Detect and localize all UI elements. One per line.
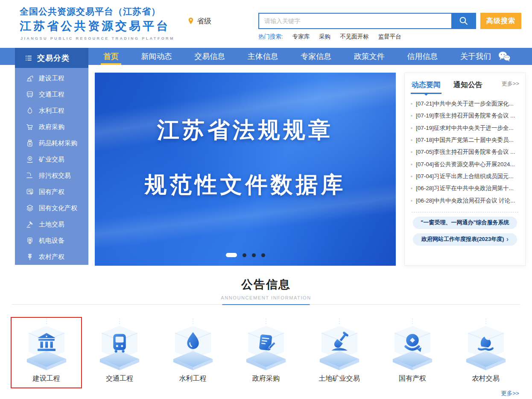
announcement-subtitle: ANNOUNCEMENT INFORMATION <box>0 295 532 300</box>
sidebar-item-land[interactable]: 土地交易 <box>15 216 88 232</box>
crane-icon <box>26 74 34 82</box>
mountain-3d-icon <box>459 319 513 373</box>
bullet-icon <box>411 115 412 117</box>
nav-credit-info[interactable]: 信用信息 <box>405 48 439 65</box>
news-panel: 动态要闻 通知公告 更多>> [07-21]中共中央关于进一步全面深化... [… <box>404 73 526 266</box>
service-system-link[interactable]: "一窗受理、一网通办"综合服务系统 <box>413 217 517 229</box>
announcement-title: 公告信息 <box>0 266 532 292</box>
search-area: 高级搜索 热门搜索: 专家库 采购 不见面开标 监督平台 <box>258 13 526 41</box>
news-item[interactable]: [06-28]习近平在中共中央政治局第十... <box>411 182 519 194</box>
nav-entity-info[interactable]: 主体信息 <box>246 48 280 65</box>
carousel-dot-1[interactable] <box>226 253 237 257</box>
category-sidebar: 建设工程 交通工程 水利工程 政府采购 药品耗材采购 矿业交易 <box>15 68 88 265</box>
sidebar-item-medicine[interactable]: 药品耗材采购 <box>15 135 88 151</box>
bullet-icon <box>411 139 412 141</box>
region-level[interactable]: 省级 <box>187 16 211 26</box>
bullet-icon <box>411 176 412 177</box>
category-land-mining[interactable]: 土地矿业交易 <box>304 317 375 388</box>
annual-report-link[interactable]: 政府网站工作年度报表(2023年度) › <box>413 233 517 246</box>
sidebar-item-water[interactable]: 水利工程 <box>15 103 88 119</box>
main-nav: 交易分类 首页 新闻动态 交易信息 主体信息 专家信息 政策文件 信用信息 关于… <box>0 48 532 65</box>
category-construction[interactable]: 建设工程 <box>11 317 82 388</box>
nav-news[interactable]: 新闻动态 <box>140 48 174 65</box>
news-item[interactable]: [07-19]李强主持召开国务院常务会议 ... <box>411 110 519 122</box>
nav-trade-info[interactable]: 交易信息 <box>193 48 227 65</box>
gavel-icon <box>26 220 34 229</box>
news-item[interactable]: [07-05]李强主持召开国务院常务会议 ... <box>411 146 519 158</box>
bullet-icon <box>411 127 412 129</box>
nav-about-us[interactable]: 关于我们 <box>459 48 493 65</box>
news-item[interactable]: [07-19]征求对中共中央关于进一步全... <box>411 122 519 134</box>
carousel-dots <box>226 253 265 257</box>
tab-dynamic-news[interactable]: 动态要闻 <box>411 80 441 93</box>
sidebar-item-transport[interactable]: 交通工程 <box>15 86 88 103</box>
nav-home[interactable]: 首页 <box>102 48 120 65</box>
nav-policy-docs[interactable]: 政策文件 <box>352 48 386 65</box>
news-item[interactable]: [07-04]习近平出席上合组织成员国元... <box>411 170 519 182</box>
carousel-dot-4[interactable] <box>261 253 265 257</box>
site-logo[interactable]: 全国公共资源交易平台（江苏省） 江苏省公共资源交易平台 JIANGSU PUBL… <box>20 6 175 41</box>
water-3d-icon <box>166 319 220 373</box>
dashed-divider <box>412 212 518 212</box>
sidebar-item-gov-procurement[interactable]: 政府采购 <box>15 119 88 135</box>
category-gov-procurement[interactable]: 政府采购 <box>231 317 302 388</box>
machine-icon <box>26 236 34 245</box>
coin-3d-icon <box>386 319 439 373</box>
hot-search-remote-bidding[interactable]: 不见面开标 <box>340 33 369 41</box>
sidebar-item-pollution-rights[interactable]: 排污权交易 <box>15 167 88 184</box>
search-icon <box>459 16 469 26</box>
nav-items: 首页 新闻动态 交易信息 主体信息 专家信息 政策文件 信用信息 关于我们 <box>102 48 493 65</box>
sidebar-item-rural-property[interactable]: 农村产权 <box>15 249 88 265</box>
category-transport[interactable]: 交通工程 <box>84 317 155 388</box>
location-pin-icon <box>187 17 195 26</box>
hero-banner[interactable]: 江苏省法规规章 规范性文件数据库 <box>95 73 396 266</box>
bullet-icon <box>411 188 412 189</box>
search-input[interactable] <box>258 13 451 29</box>
carousel-dot-2[interactable] <box>243 253 246 257</box>
sidebar-item-construction[interactable]: 建设工程 <box>15 70 88 86</box>
hot-search-expert-db[interactable]: 专家库 <box>292 33 310 41</box>
carousel-dot-3[interactable] <box>252 253 256 257</box>
hot-search-supervision[interactable]: 监督平台 <box>378 33 401 41</box>
nav-expert-info[interactable]: 专家信息 <box>299 48 333 65</box>
region-level-label: 省级 <box>197 16 211 26</box>
hot-search-procurement[interactable]: 采购 <box>319 33 330 41</box>
sidebar-item-mining[interactable]: 矿业交易 <box>15 151 88 167</box>
announcement-categories: 建设工程 交通工程 <box>11 317 521 388</box>
logo-title-national: 全国公共资源交易平台（江苏省） <box>20 6 175 18</box>
wheat-icon <box>26 252 34 261</box>
trade-category-button[interactable]: 交易分类 <box>15 48 88 68</box>
bus-3d-icon <box>93 319 146 373</box>
news-tabs: 动态要闻 通知公告 更多>> <box>411 80 519 93</box>
sidebar-item-cultural-property[interactable]: 国有文化产权 <box>15 200 88 216</box>
news-item[interactable]: [07-21]中共中央关于进一步全面深化... <box>411 98 519 110</box>
bullet-icon <box>411 151 412 153</box>
sidebar-item-equipment[interactable]: 机电设备 <box>15 232 88 249</box>
bullet-icon <box>411 164 412 165</box>
news-item[interactable]: [07-18]中国共产党第二十届中央委员... <box>411 134 519 146</box>
tab-notices[interactable]: 通知公告 <box>453 80 483 93</box>
category-state-property[interactable]: 国有产权 <box>377 317 448 388</box>
bus-icon <box>26 90 34 99</box>
site-header: 全国公共资源交易平台（江苏省） 江苏省公共资源交易平台 JIANGSU PUBL… <box>0 0 532 48</box>
sidebar-item-state-property[interactable]: 国有产权 <box>15 184 88 200</box>
banner-title-line2: 规范性文件数据库 <box>95 170 396 200</box>
bullet-icon <box>411 103 412 105</box>
wechat-icon[interactable] <box>498 51 511 64</box>
water-drop-icon <box>26 106 34 115</box>
hot-search-label: 热门搜索: <box>258 33 283 41</box>
advanced-search-button[interactable]: 高级搜索 <box>480 13 521 29</box>
layers-icon <box>26 204 34 212</box>
category-menu-icon <box>24 54 33 62</box>
category-water[interactable]: 水利工程 <box>157 317 228 388</box>
search-button[interactable] <box>451 13 476 29</box>
logo-subtitle-en: JIANGSU PUBLIC RESOURCE TRADING PLATFORM <box>20 36 175 41</box>
news-list: [07-21]中共中央关于进一步全面深化... [07-19]李强主持召开国务院… <box>411 98 519 207</box>
more-categories-link[interactable]: 更多>> <box>501 390 519 397</box>
coin-icon <box>26 155 34 164</box>
news-item[interactable]: [07-04]省公共资源交易中心开展2024... <box>411 158 519 170</box>
news-item[interactable]: [06-28]中共中央政治局召开会议 讨论... <box>411 194 519 206</box>
news-more-link[interactable]: 更多>> <box>502 80 519 88</box>
category-rural[interactable]: 农村交易 <box>450 317 521 388</box>
logo-title-jiangsu: 江苏省公共资源交易平台 <box>20 18 175 34</box>
